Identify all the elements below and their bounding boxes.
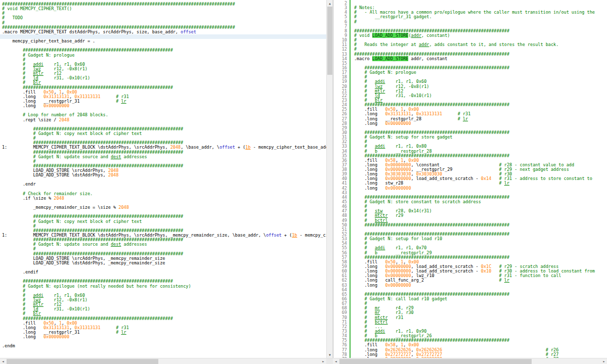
line-number: 5 — [333, 15, 350, 19]
syntax-segment: 0x00000000 — [385, 121, 411, 126]
code-line: .endm — [0, 344, 326, 348]
syntax-segment: # — [499, 180, 504, 186]
syntax-segment: .long — [2, 334, 44, 339]
scroll-left-arrow-icon[interactable]: ◄ — [333, 358, 339, 364]
syntax-segment: , adds constant to it, and stores the re… — [429, 42, 558, 47]
right-editor-pane[interactable]: # Notes:# - All macros have a common pro… — [351, 0, 607, 358]
code-line — [351, 1, 607, 6]
line-number: 29 — [333, 126, 350, 130]
left-vertical-scrollbar[interactable]: ▲ ▼ — [326, 0, 333, 358]
line-number: 18 — [333, 75, 350, 79]
code-line: # Gadget N: copy next block of cipher te… — [0, 131, 326, 136]
line-number: 78 — [333, 352, 350, 357]
code-line: # mtctr r29 — [351, 213, 607, 218]
syntax-segment: + ( — [282, 233, 292, 238]
syntax-segment: LOAD_ADD_STORE — [372, 56, 409, 61]
line-number: 24 — [333, 103, 350, 107]
left-horizontal-scrollbar[interactable]: ◄ ► — [0, 358, 326, 364]
syntax-segment: LOAD_ADD_STORE \dstAddrPhys, _memcpy_rem… — [2, 260, 165, 265]
line-number: 32 — [333, 140, 350, 144]
code-line: ########################################… — [351, 223, 607, 228]
syntax-segment: # — [116, 99, 121, 104]
code-line: # ld r31, -0x10(r1) — [351, 94, 607, 98]
right-horizontal-scrollbar-thumb[interactable] — [339, 359, 532, 364]
syntax-segment: # void — [354, 33, 372, 38]
code-line — [0, 339, 326, 344]
code-line: .if \size % 2048 — [0, 196, 326, 201]
syntax-segment: .long — [354, 186, 385, 191]
code-line: .macro LOAD_ADD_STORE addr, constant — [351, 57, 607, 61]
code-line: .rept \size / 2048 — [0, 118, 326, 122]
line-number: 19 — [333, 79, 350, 84]
scroll-left-arrow-icon[interactable]: ◄ — [0, 358, 6, 364]
syntax-segment: 0x00000000 — [44, 103, 69, 108]
scroll-down-arrow-icon[interactable]: ▼ — [327, 351, 333, 358]
syntax-segment: 2048 — [54, 196, 64, 201]
syntax-segment: addr — [411, 33, 421, 38]
line-number: 72 — [333, 325, 350, 329]
syntax-segment: 2048 — [118, 205, 128, 210]
line-number: 34 — [333, 149, 350, 154]
syntax-segment: memcpy_cipher_text_base_addr = . — [2, 38, 95, 43]
line-number: 51 — [333, 228, 350, 232]
code-line: # — [0, 11, 326, 16]
code-line: # Gadget N: setup for store gadget — [351, 135, 607, 140]
line-number: 74 — [333, 334, 350, 338]
line-number: 8 — [333, 29, 350, 33]
scroll-right-arrow-icon[interactable]: ► — [320, 358, 326, 364]
editor-window: ########################################… — [0, 0, 607, 364]
line-number: 63 — [333, 283, 350, 288]
line-number: 46 — [333, 204, 350, 209]
line-number: 41 — [333, 181, 350, 186]
syntax-segment: addresses — [121, 242, 147, 247]
line-number: 2 — [333, 1, 350, 6]
line-number: 12 — [333, 47, 350, 52]
line-number-gutter[interactable]: 2345678910111213141516171819202122232425… — [333, 0, 350, 358]
line-number: 25 — [333, 107, 350, 112]
syntax-segment: 2048 — [59, 117, 69, 122]
syntax-segment: .endm — [2, 343, 15, 348]
line-number: 33 — [333, 144, 350, 149]
syntax-segment: .rept \size / — [2, 117, 59, 122]
code-line: # Gadget N: call load r10 gadget — [351, 297, 607, 301]
syntax-segment: - memcpy_cipher_text_base_addr) — [250, 145, 326, 150]
code-line: .long 0x00000000 — [0, 335, 326, 339]
code-line — [0, 265, 326, 270]
line-number: 68 — [333, 306, 350, 310]
line-number: 37 — [333, 163, 350, 167]
syntax-segment: r31, -0x10(r1) — [38, 75, 90, 80]
left-editor-pane[interactable]: ########################################… — [0, 0, 326, 358]
scroll-up-arrow-icon[interactable]: ▲ — [327, 0, 333, 7]
right-horizontal-scrollbar[interactable]: ◄ ► — [333, 358, 607, 364]
line-number: 23 — [333, 98, 350, 103]
syntax-segment: lr — [121, 99, 126, 104]
syntax-segment: # __restgprlr_31 gadget. — [354, 14, 432, 19]
left-vertical-scrollbar-thumb[interactable] — [327, 7, 332, 75]
syntax-segment: 1b — [292, 233, 297, 238]
syntax-segment: lr — [504, 180, 509, 186]
line-number: 64 — [333, 288, 350, 292]
line-number: 53 — [333, 237, 350, 241]
syntax-segment: offset — [266, 233, 282, 238]
syntax-segment: addresses — [121, 154, 147, 159]
code-line: # Reads the integer at addr, adds consta… — [351, 42, 607, 47]
line-number: 52 — [333, 232, 350, 237]
line-number: 62 — [333, 278, 350, 283]
syntax-segment: .long — [354, 121, 385, 126]
code-line: LOAD_ADD_STORE \dstAddrPhys, _memcpy_rem… — [0, 261, 326, 265]
code-line — [0, 177, 326, 182]
scroll-right-arrow-icon[interactable]: ► — [601, 358, 607, 364]
line-number: 27 — [333, 117, 350, 121]
line-number: 26 — [333, 112, 350, 116]
code-line: _memcpy_remainder_size = \size % 2048 — [0, 205, 326, 210]
syntax-segment: r31 — [388, 315, 404, 320]
line-number: 3 — [333, 6, 350, 10]
line-number: 42 — [333, 186, 350, 191]
code-line: # Gadget N: copy next block of cipher te… — [0, 219, 326, 224]
line-number: 43 — [333, 191, 350, 195]
left-horizontal-scrollbar-thumb[interactable] — [7, 359, 158, 364]
syntax-segment: 1b — [245, 145, 250, 150]
code-line: # mtctr r31 — [351, 315, 607, 320]
line-number: 57 — [333, 255, 350, 260]
syntax-segment: # Gadget N: call load r10 gadget — [354, 296, 447, 301]
